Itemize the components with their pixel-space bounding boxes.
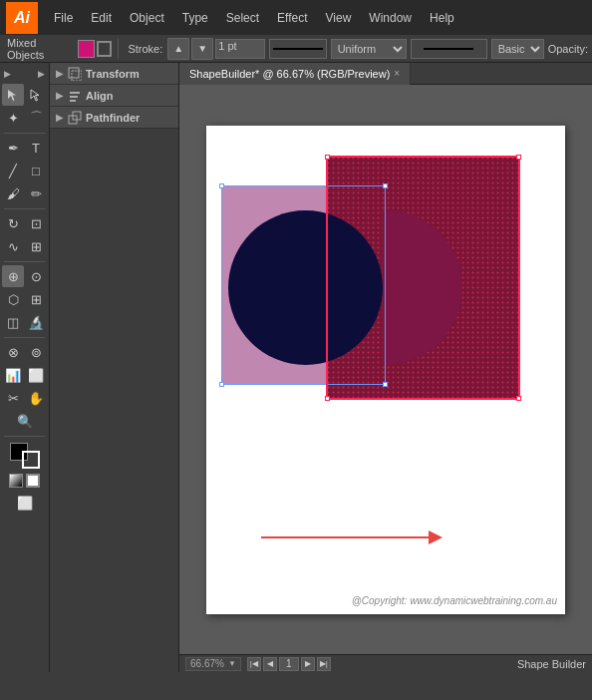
hand-tool[interactable]: ✋ — [25, 387, 47, 409]
tool-row-11: ⊗ ⊚ — [0, 341, 49, 363]
svg-rect-1 — [72, 71, 82, 81]
tool-divider-1 — [4, 133, 45, 134]
pathfinder-panel-icon: ▶ — [56, 112, 64, 123]
lasso-tool[interactable]: ⌒ — [25, 107, 47, 129]
menu-view[interactable]: View — [318, 7, 360, 29]
zoom-value: 66.67% — [190, 658, 224, 669]
ai-logo: Ai — [6, 2, 38, 34]
color-mode-btn[interactable] — [9, 474, 23, 488]
symbol-tool[interactable]: ⊚ — [25, 341, 47, 363]
stroke-preview — [269, 39, 326, 59]
stroke-value-select[interactable]: 1 pt — [215, 39, 265, 59]
zoom-tool[interactable]: 🔍 — [14, 410, 36, 432]
pathfinder-icon — [68, 111, 82, 125]
prev-page-btn[interactable]: ◀ — [263, 657, 277, 671]
style-select[interactable]: Basic — [491, 39, 544, 59]
menu-object[interactable]: Object — [122, 7, 172, 29]
stroke-up-btn[interactable]: ▲ — [167, 38, 189, 60]
scale-tool[interactable]: ⊡ — [25, 212, 47, 234]
style-line — [424, 48, 473, 50]
magic-wand-tool[interactable]: ✦ — [2, 107, 24, 129]
object-type-group: Mixed Objects — [4, 37, 112, 61]
perspective-tool[interactable]: ⬡ — [2, 288, 24, 310]
stroke-type-select[interactable]: Uniform — [331, 39, 408, 59]
tool-row-13: ✂ ✋ — [0, 387, 49, 409]
line-tool[interactable]: ╱ — [2, 160, 24, 181]
pencil-tool[interactable]: ✏ — [25, 182, 47, 204]
tool-row-10: ◫ 🔬 — [0, 311, 49, 333]
toolbox-collapse-right[interactable]: ▶ — [38, 69, 45, 79]
rotate-tool[interactable]: ↻ — [2, 212, 24, 234]
gradient-tool[interactable]: ◫ — [2, 311, 24, 333]
stroke-swatch[interactable] — [97, 41, 112, 57]
eyedropper-tool[interactable]: 🔬 — [25, 311, 47, 333]
copyright-text: @Copyright: www.dynamicwebtraining.com.a… — [352, 595, 557, 606]
menu-file[interactable]: File — [46, 7, 81, 29]
align-panel-header[interactable]: ▶ Align — [50, 85, 178, 107]
pathfinder-panel-header[interactable]: ▶ Pathfinder — [50, 107, 178, 129]
last-page-btn[interactable]: ▶| — [317, 657, 331, 671]
first-page-btn[interactable]: |◀ — [247, 657, 261, 671]
menu-type[interactable]: Type — [174, 7, 216, 29]
select-tool[interactable] — [2, 84, 24, 106]
rect-tool[interactable]: □ — [25, 160, 47, 181]
menu-edit[interactable]: Edit — [83, 7, 120, 29]
zoom-indicator[interactable]: 66.67% ▼ — [185, 657, 241, 671]
artboard-tool[interactable]: ⬜ — [25, 364, 47, 386]
menu-select[interactable]: Select — [218, 7, 267, 29]
svg-rect-3 — [70, 96, 78, 98]
active-tab[interactable]: ShapeBuilder* @ 66.67% (RGB/Preview) × — [179, 63, 411, 85]
menu-help[interactable]: Help — [422, 7, 462, 29]
toolbox-collapse-left[interactable]: ▶ — [4, 69, 11, 79]
stroke-down-btn[interactable]: ▼ — [191, 38, 213, 60]
warp-tool[interactable]: ∿ — [2, 235, 24, 257]
normal-view-btn[interactable]: ⬜ — [14, 492, 36, 514]
transform-panel-icon: ▶ — [56, 68, 64, 79]
tool-row-2: ✦ ⌒ — [0, 107, 49, 129]
page-number-input[interactable] — [279, 657, 299, 671]
tool-row-6: ↻ ⊡ — [0, 212, 49, 234]
menu-window[interactable]: Window — [361, 7, 420, 29]
status-bar: 66.67% ▼ |◀ ◀ ▶ ▶| Shape Builder — [179, 654, 592, 672]
tool-row-12: 📊 ⬜ — [0, 364, 49, 386]
stroke-group: Stroke: ▲ ▼ 1 pt — [125, 38, 265, 60]
mixed-objects-label: Mixed Objects — [4, 37, 76, 61]
tool-name-status: Shape Builder — [517, 658, 586, 670]
direction-arrow — [261, 530, 443, 544]
stroke-line — [273, 48, 323, 50]
paintbrush-tool[interactable]: 🖌 — [2, 182, 24, 204]
direct-select-tool[interactable] — [25, 84, 47, 106]
menu-effect[interactable]: Effect — [269, 7, 315, 29]
view-mode-row: ⬜ — [0, 492, 49, 514]
shape-builder-tool[interactable]: ⊕ — [2, 265, 24, 287]
svg-rect-4 — [70, 100, 76, 102]
slice-tool[interactable]: ✂ — [2, 387, 24, 409]
align-panel-icon: ▶ — [56, 90, 64, 101]
toolbox: ▶ ▶ ✦ ⌒ ✒ T ╱ □ 🖌 ✏ — [0, 63, 50, 672]
stroke-color-box[interactable] — [22, 451, 40, 469]
color-indicator — [0, 443, 49, 469]
blend-tool[interactable]: ⊗ — [2, 341, 24, 363]
fill-swatch[interactable] — [78, 40, 95, 58]
type-tool[interactable]: T — [25, 137, 47, 159]
tool-row-5: 🖌 ✏ — [0, 182, 49, 204]
dark-circle — [228, 210, 383, 365]
none-mode-btn[interactable] — [26, 474, 40, 488]
mesh-tool[interactable]: ⊞ — [25, 288, 47, 310]
opacity-label: Opacity: — [548, 43, 588, 55]
free-transform-tool[interactable]: ⊞ — [25, 235, 47, 257]
transform-panel-label: Transform — [86, 68, 140, 80]
tool-row-4: ╱ □ — [0, 160, 49, 181]
style-preview — [411, 39, 486, 59]
live-paint-tool[interactable]: ⊙ — [25, 265, 47, 287]
pen-tool[interactable]: ✒ — [2, 137, 24, 159]
tool-row-1 — [0, 84, 49, 106]
tool-row-14: 🔍 — [0, 410, 49, 432]
column-graph-tool[interactable]: 📊 — [2, 364, 24, 386]
artboard: @Copyright: www.dynamicwebtraining.com.a… — [206, 126, 565, 614]
tab-label: ShapeBuilder* @ 66.67% (RGB/Preview) — [189, 68, 390, 80]
next-page-btn[interactable]: ▶ — [301, 657, 315, 671]
transform-panel-header[interactable]: ▶ Transform — [50, 63, 178, 85]
canvas-viewport[interactable]: @Copyright: www.dynamicwebtraining.com.a… — [179, 85, 592, 654]
tab-close-btn[interactable]: × — [394, 68, 400, 79]
